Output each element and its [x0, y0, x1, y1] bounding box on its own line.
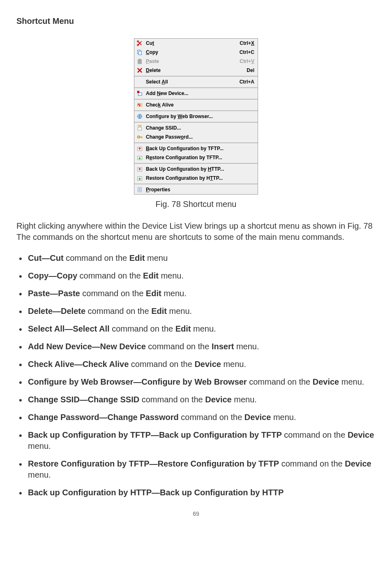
menu-item-label: Cut [146, 40, 231, 46]
add-device-icon [136, 90, 143, 97]
password-icon [136, 134, 143, 140]
menu-item-label: Check Alive [146, 102, 254, 108]
svg-rect-3 [138, 51, 141, 55]
backup-icon [136, 145, 143, 152]
list-item: Select All—Select All command on the Edi… [16, 323, 376, 334]
properties-icon [136, 186, 143, 193]
list-item: Copy—Copy command on the Edit menu. [16, 270, 376, 281]
page-title: Shortcut Menu [16, 16, 376, 26]
list-item: Restore Configuration by TFTP—Restore Co… [16, 458, 376, 480]
menu-item[interactable]: Change SSID... [134, 123, 258, 132]
menu-item[interactable]: Back Up Configuration by HTTP... [134, 165, 258, 174]
svg-rect-6 [138, 93, 142, 95]
blank-icon [136, 79, 143, 85]
delete-icon [136, 67, 143, 74]
figure-caption: Fig. 78 Shortcut menu [16, 200, 376, 209]
menu-item[interactable]: Restore Configuration by TFTP... [134, 153, 258, 162]
menu-item[interactable]: CutCtrl+X [134, 39, 258, 48]
menu-separator [134, 110, 258, 111]
menu-item-label: Restore Configuration by TFTP... [146, 155, 254, 160]
list-item: Check Alive—Check Alive command on the D… [16, 359, 376, 370]
menu-separator [134, 142, 258, 143]
menu-item-shortcut: Ctrl+V [240, 58, 254, 64]
scissors-icon [136, 40, 143, 46]
restore-icon [136, 175, 143, 181]
menu-separator [134, 87, 258, 88]
menu-item-label: Back Up Configuration by HTTP... [146, 166, 254, 172]
page-number: 69 [16, 511, 376, 517]
menu-item[interactable]: Add New Device... [134, 89, 258, 98]
menu-item-label: Properties [146, 187, 254, 193]
menu-separator [134, 163, 258, 164]
context-menu-container: CutCtrl+XCopyCtrl+CPasteCtrl+VDeleteDelS… [16, 38, 376, 195]
menu-item-shortcut: Del [247, 67, 254, 73]
menu-item-label: Change SSID... [146, 125, 254, 131]
list-item: Configure by Web Browser—Configure by We… [16, 376, 376, 388]
list-item: Cut—Cut command on the Edit menu [16, 253, 376, 264]
menu-item-label: Restore Configuration by HTTP... [146, 175, 254, 181]
svg-rect-7 [137, 91, 139, 93]
menu-separator [134, 99, 258, 100]
restore-icon [136, 154, 143, 161]
menu-item-label: Select All [146, 79, 231, 85]
menu-item[interactable]: Select AllCtrl+A [134, 77, 258, 86]
backup-icon [136, 166, 143, 172]
list-item: Add New Device—New Device command on the… [16, 341, 376, 352]
list-item: Delete—Delete command on the Edit menu. [16, 306, 376, 317]
menu-item: PasteCtrl+V [134, 57, 258, 66]
intro-paragraph: Right clicking anywhere within the Devic… [16, 221, 376, 243]
svg-rect-10 [138, 127, 142, 130]
copy-icon [136, 49, 143, 56]
menu-item-shortcut: Ctrl+A [240, 79, 254, 85]
menu-item[interactable]: DeleteDel [134, 66, 258, 75]
menu-item-label: Paste [146, 58, 231, 64]
menu-item[interactable]: Configure by Web Browser... [134, 112, 258, 121]
menu-item-shortcut: Ctrl+X [240, 40, 254, 46]
menu-item-label: Delete [146, 67, 238, 73]
menu-item-label: Configure by Web Browser... [146, 114, 254, 119]
context-menu: CutCtrl+XCopyCtrl+CPasteCtrl+VDeleteDelS… [134, 38, 258, 195]
paste-icon [136, 58, 143, 65]
web-icon [136, 113, 143, 120]
list-item: Back up Configuration by HTTP—Back up Co… [16, 487, 376, 498]
menu-item-label: Copy [146, 49, 231, 55]
command-list: Cut—Cut command on the Edit menuCopy—Cop… [16, 253, 376, 498]
menu-item[interactable]: CopyCtrl+C [134, 48, 258, 57]
list-item: Change SSID—Change SSID command on the D… [16, 394, 376, 405]
svg-rect-5 [138, 59, 141, 60]
svg-point-11 [138, 136, 140, 138]
menu-item-label: Back Up Configuration by TFTP... [146, 146, 254, 151]
menu-item-label: Change Password... [146, 134, 254, 140]
list-item: Back up Configuration by TFTP—Back up Co… [16, 429, 376, 452]
menu-separator [134, 76, 258, 77]
menu-item[interactable]: Back Up Configuration by TFTP... [134, 144, 258, 153]
ssid-icon [136, 125, 143, 131]
menu-item[interactable]: Check Alive [134, 100, 258, 109]
list-item: Change Password—Change Password command … [16, 412, 376, 423]
list-item: Paste—Paste command on the Edit menu. [16, 288, 376, 299]
menu-item-label: Add New Device... [146, 91, 254, 96]
menu-item[interactable]: Properties [134, 185, 258, 194]
menu-separator [134, 183, 258, 184]
menu-separator [134, 122, 258, 123]
check-alive-icon [136, 102, 143, 108]
menu-item[interactable]: Change Password... [134, 132, 258, 142]
menu-item[interactable]: Restore Configuration by HTTP... [134, 174, 258, 183]
menu-item-shortcut: Ctrl+C [240, 49, 254, 55]
